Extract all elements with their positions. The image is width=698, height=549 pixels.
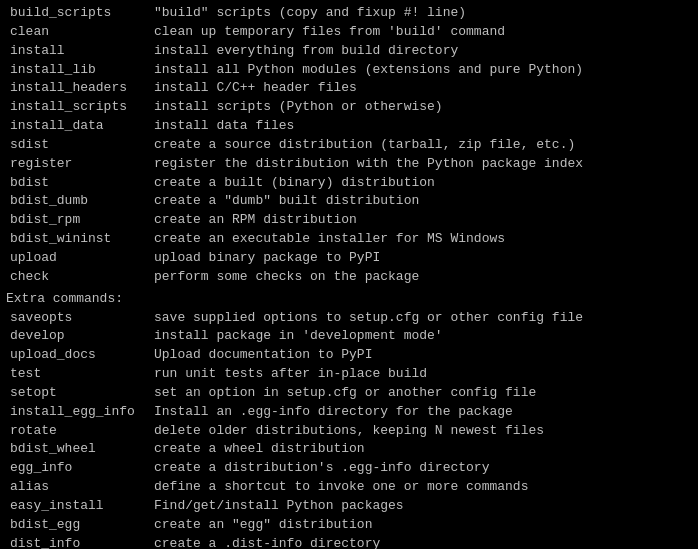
cmd-bdist-rpm: bdist_rpm create an RPM distribution [6,211,692,230]
cmd-desc: run unit tests after in-place build [154,365,692,384]
cmd-desc: install data files [154,117,692,136]
cmd-desc: create a distribution's .egg-info direct… [154,459,692,478]
cmd-install-egg-info: install_egg_info Install an .egg-info di… [6,403,692,422]
cmd-desc: set an option in setup.cfg or another co… [154,384,692,403]
extra-commands-section: Extra commands: saveopts save supplied o… [6,290,692,549]
cmd-desc: create an executable installer for MS Wi… [154,230,692,249]
cmd-desc: install package in 'development mode' [154,327,692,346]
cmd-name: saveopts [6,309,154,328]
cmd-desc: create a source distribution (tarball, z… [154,136,692,155]
cmd-name: register [6,155,154,174]
cmd-desc: save supplied options to setup.cfg or ot… [154,309,692,328]
cmd-bdist-dumb: bdist_dumb create a "dumb" built distrib… [6,192,692,211]
cmd-test: test run unit tests after in-place build [6,365,692,384]
cmd-name: install [6,42,154,61]
cmd-bdist: bdist create a built (binary) distributi… [6,174,692,193]
cmd-name: check [6,268,154,287]
cmd-desc: install scripts (Python or otherwise) [154,98,692,117]
cmd-name: easy_install [6,497,154,516]
cmd-name: bdist_egg [6,516,154,535]
cmd-name: install_headers [6,79,154,98]
cmd-desc: install C/C++ header files [154,79,692,98]
cmd-desc: create a "dumb" built distribution [154,192,692,211]
cmd-name: setopt [6,384,154,403]
extra-header: Extra commands: [6,290,692,309]
cmd-egg-info: egg_info create a distribution's .egg-in… [6,459,692,478]
cmd-name: install_egg_info [6,403,154,422]
cmd-desc: Find/get/install Python packages [154,497,692,516]
cmd-bdist-wininst: bdist_wininst create an executable insta… [6,230,692,249]
cmd-name: build_scripts [6,4,154,23]
cmd-bdist-egg: bdist_egg create an "egg" distribution [6,516,692,535]
cmd-name: dist_info [6,535,154,549]
cmd-register: register register the distribution with … [6,155,692,174]
cmd-desc: delete older distributions, keeping N ne… [154,422,692,441]
cmd-install-data: install_data install data files [6,117,692,136]
cmd-desc: register the distribution with the Pytho… [154,155,692,174]
cmd-name: upload_docs [6,346,154,365]
cmd-clean: clean clean up temporary files from 'bui… [6,23,692,42]
standard-commands: build_scripts "build" scripts (copy and … [6,4,692,287]
cmd-sdist: sdist create a source distribution (tarb… [6,136,692,155]
cmd-install-scripts: install_scripts install scripts (Python … [6,98,692,117]
cmd-name: install_lib [6,61,154,80]
cmd-desc: upload binary package to PyPI [154,249,692,268]
cmd-desc: "build" scripts (copy and fixup #! line) [154,4,692,23]
cmd-dist-info: dist_info create a .dist-info directory [6,535,692,549]
cmd-easy-install: easy_install Find/get/install Python pac… [6,497,692,516]
cmd-saveopts: saveopts save supplied options to setup.… [6,309,692,328]
cmd-name: bdist_wheel [6,440,154,459]
cmd-rotate: rotate delete older distributions, keepi… [6,422,692,441]
cmd-desc: Upload documentation to PyPI [154,346,692,365]
cmd-name: install_data [6,117,154,136]
cmd-bdist-wheel: bdist_wheel create a wheel distribution [6,440,692,459]
cmd-desc: Install an .egg-info directory for the p… [154,403,692,422]
cmd-setopt: setopt set an option in setup.cfg or ano… [6,384,692,403]
terminal-output: build_scripts "build" scripts (copy and … [6,4,692,549]
cmd-desc: create a wheel distribution [154,440,692,459]
cmd-check: check perform some checks on the package [6,268,692,287]
cmd-build-scripts: build_scripts "build" scripts (copy and … [6,4,692,23]
cmd-install-lib: install_lib install all Python modules (… [6,61,692,80]
cmd-upload: upload upload binary package to PyPI [6,249,692,268]
cmd-name: bdist_dumb [6,192,154,211]
cmd-alias: alias define a shortcut to invoke one or… [6,478,692,497]
cmd-desc: install all Python modules (extensions a… [154,61,692,80]
cmd-name: upload [6,249,154,268]
cmd-name: alias [6,478,154,497]
cmd-desc: create a built (binary) distribution [154,174,692,193]
cmd-name: install_scripts [6,98,154,117]
cmd-name: clean [6,23,154,42]
cmd-desc: perform some checks on the package [154,268,692,287]
cmd-name: rotate [6,422,154,441]
cmd-install: install install everything from build di… [6,42,692,61]
cmd-desc: create an RPM distribution [154,211,692,230]
cmd-desc: clean up temporary files from 'build' co… [154,23,692,42]
cmd-name: sdist [6,136,154,155]
cmd-upload-docs: upload_docs Upload documentation to PyPI [6,346,692,365]
cmd-name: develop [6,327,154,346]
cmd-develop: develop install package in 'development … [6,327,692,346]
cmd-desc: create a .dist-info directory [154,535,692,549]
cmd-name: egg_info [6,459,154,478]
cmd-name: test [6,365,154,384]
cmd-name: bdist [6,174,154,193]
cmd-desc: install everything from build directory [154,42,692,61]
cmd-name: bdist_rpm [6,211,154,230]
cmd-desc: create an "egg" distribution [154,516,692,535]
cmd-name: bdist_wininst [6,230,154,249]
cmd-desc: define a shortcut to invoke one or more … [154,478,692,497]
cmd-install-headers: install_headers install C/C++ header fil… [6,79,692,98]
